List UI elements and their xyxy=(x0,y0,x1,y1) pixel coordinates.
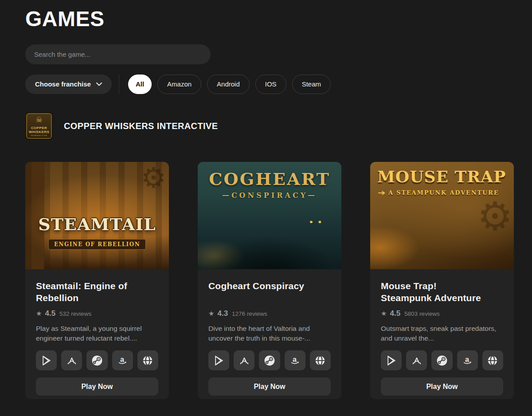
gear-icon: ⚙ xyxy=(477,196,513,236)
game-cover-art[interactable]: ⚙ MOUSE TRAP A STEAMPUNK ADVENTURE xyxy=(370,162,514,269)
cover-subtitle: —CONSPIRACY— xyxy=(198,191,341,200)
filter-pill-steam[interactable]: Steam xyxy=(292,75,331,94)
divider xyxy=(119,75,119,94)
play-now-button[interactable]: Play Now xyxy=(208,377,331,396)
play-now-button[interactable]: Play Now xyxy=(36,377,158,396)
review-count: 1276 reviews xyxy=(232,310,267,317)
game-description: Play as Steamtail, a young squirrel engi… xyxy=(36,324,158,343)
platform-icons-row: a xyxy=(381,350,503,370)
steam-icon[interactable] xyxy=(259,350,280,370)
cover-title: STEAMTAIL xyxy=(25,214,169,234)
rating-value: 4.5 xyxy=(390,309,400,318)
rating-value: 4.5 xyxy=(45,309,55,318)
star-icon: ★ xyxy=(36,310,42,318)
filter-row: Choose franchise All Amazon Android IOS … xyxy=(25,74,514,94)
rating-row: ★ 4.3 1276 reviews xyxy=(208,309,331,318)
star-icon: ★ xyxy=(208,310,214,318)
franchise-dropdown-label: Choose franchise xyxy=(35,80,91,88)
amazon-icon[interactable]: a xyxy=(112,350,133,370)
game-title: Mouse Trap! Steampunk Adventure xyxy=(381,280,503,304)
publisher-logo[interactable]: ☠ COPPER WHISKERS INTERACTIVE xyxy=(25,112,53,140)
game-card-steamtail: ⚙ STEAMTAIL ENGINE OF REBELLION Steamtai… xyxy=(25,162,169,399)
svg-text:a: a xyxy=(465,355,469,363)
game-title: Cogheart Conspiracy xyxy=(208,280,331,304)
app-store-icon[interactable] xyxy=(61,350,82,370)
app-store-icon[interactable] xyxy=(234,350,254,370)
steam-icon[interactable] xyxy=(86,350,107,370)
page-title: GAMES xyxy=(25,8,514,30)
search-input[interactable] xyxy=(25,44,211,64)
review-count: 5803 reviews xyxy=(404,310,440,317)
play-now-button[interactable]: Play Now xyxy=(381,377,503,396)
cover-title: MOUSE TRAP xyxy=(377,167,506,186)
cover-title: COGHEART xyxy=(198,169,341,189)
review-count: 532 reviews xyxy=(59,310,91,317)
game-card-mouse-trap: ⚙ MOUSE TRAP A STEAMPUNK ADVENTURE Mouse… xyxy=(370,162,514,399)
mouse-skull-icon: ☠ xyxy=(35,116,42,124)
game-cards-grid: ⚙ STEAMTAIL ENGINE OF REBELLION Steamtai… xyxy=(25,162,514,399)
franchise-dropdown[interactable]: Choose franchise xyxy=(25,75,112,94)
platform-icons-row: a xyxy=(208,350,331,370)
google-play-icon[interactable] xyxy=(36,350,57,370)
svg-text:a: a xyxy=(120,355,125,363)
filter-pill-ios[interactable]: IOS xyxy=(255,75,286,94)
cover-subtitle: ENGINE OF REBELLION xyxy=(48,239,146,250)
game-card-cogheart: COGHEART —CONSPIRACY— Cogheart Conspirac… xyxy=(198,162,341,399)
chevron-down-icon xyxy=(96,82,102,86)
google-play-icon[interactable] xyxy=(208,350,229,370)
rating-row: ★ 4.5 532 reviews xyxy=(36,309,158,318)
filter-pill-android[interactable]: Android xyxy=(207,75,250,94)
amazon-icon[interactable]: a xyxy=(285,350,305,370)
game-description: Dive into the heart of Valtoria and unco… xyxy=(208,324,331,343)
publisher-logo-text: INTERACTIVE xyxy=(31,134,47,137)
svg-text:a: a xyxy=(293,355,297,363)
card-body: Cogheart Conspiracy ★ 4.3 1276 reviews D… xyxy=(198,269,341,399)
filter-pill-all[interactable]: All xyxy=(128,75,152,94)
filter-pill-amazon[interactable]: Amazon xyxy=(157,75,201,94)
arrow-icon xyxy=(378,191,385,195)
card-body: Steamtail: Engine of Rebellion ★ 4.5 532… xyxy=(25,269,169,399)
gear-icon: ⚙ xyxy=(141,164,166,192)
web-globe-icon[interactable] xyxy=(310,350,331,370)
cover-subtitle: A STEAMPUNK ADVENTURE xyxy=(388,189,499,196)
rating-row: ★ 4.5 5803 reviews xyxy=(381,309,503,318)
publisher-name: COPPER WHISKERS INTERACTIVE xyxy=(64,121,218,131)
web-globe-icon[interactable] xyxy=(482,350,503,370)
google-play-icon[interactable] xyxy=(381,350,402,370)
steam-icon[interactable] xyxy=(431,350,452,370)
game-title: Steamtail: Engine of Rebellion xyxy=(36,280,158,304)
games-page: GAMES Choose franchise All Amazon Androi… xyxy=(25,8,514,399)
cover-subtitle-row: A STEAMPUNK ADVENTURE xyxy=(378,189,499,196)
star-icon: ★ xyxy=(381,310,387,318)
rating-value: 4.3 xyxy=(217,309,228,318)
publisher-logo-text: WHISKERS xyxy=(29,130,49,134)
game-cover-art[interactable]: COGHEART —CONSPIRACY— xyxy=(198,162,341,269)
publisher-row: ☠ COPPER WHISKERS INTERACTIVE COPPER WHI… xyxy=(25,112,514,140)
web-globe-icon[interactable] xyxy=(137,350,158,370)
amazon-icon[interactable]: a xyxy=(457,350,478,370)
platform-icons-row: a xyxy=(36,350,158,370)
app-store-icon[interactable] xyxy=(406,350,427,370)
game-description: Outsmart traps, sneak past predators, an… xyxy=(381,324,503,343)
card-body: Mouse Trap! Steampunk Adventure ★ 4.5 58… xyxy=(370,269,514,399)
publisher-logo-text: COPPER xyxy=(31,126,47,130)
game-cover-art[interactable]: ⚙ STEAMTAIL ENGINE OF REBELLION xyxy=(25,162,169,269)
